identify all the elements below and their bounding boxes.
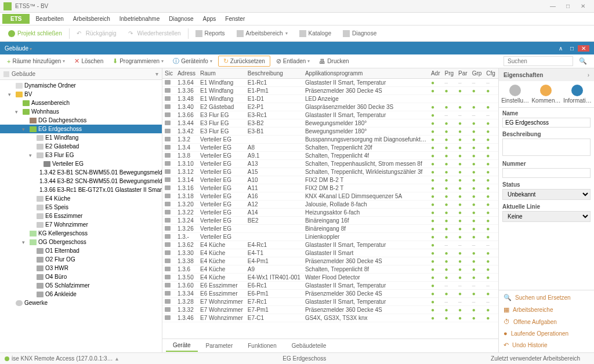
search-input[interactable]	[504, 56, 573, 66]
tab-parameter[interactable]: Parameter	[199, 340, 240, 351]
tree-item[interactable]: KG Kellergeschoss	[0, 229, 162, 238]
tree-item[interactable]: ▾EG Erdgeschoss	[0, 125, 162, 133]
panel-title[interactable]: Gebäude	[5, 45, 555, 52]
table-row[interactable]: 1.3.44E3 Flur EGE3-B2Bewegungsmelder 180…	[162, 119, 498, 128]
tree-item[interactable]: Aussenbereich	[0, 99, 162, 107]
delete-button[interactable]: ✕Löschen	[71, 56, 107, 66]
props-tab-comments[interactable]: Kommen…	[531, 85, 560, 104]
name-input[interactable]	[502, 118, 591, 128]
close-window-button[interactable]: ✕	[575, 3, 591, 9]
tree-item[interactable]: E4 Küche	[0, 194, 162, 203]
table-row[interactable]: 1.3.6E4 KücheA9Schalten, Treppenlicht 8f…	[162, 265, 498, 274]
tree-item[interactable]: ▾Wohnhaus	[0, 107, 162, 116]
props-tab-info[interactable]: Informati…	[563, 85, 592, 104]
tree-item[interactable]: E6 Esszimmer	[0, 212, 162, 220]
table-row[interactable]: 1.3.64E1 WindfangE1-Rc1Glastaster II Sma…	[162, 79, 498, 87]
tree-item[interactable]: Dynamische Ordner	[0, 81, 162, 90]
desc-input[interactable]	[502, 139, 591, 156]
redo-button[interactable]: ↷Wiederherstellen	[124, 28, 186, 39]
tree-item[interactable]: 1.3.44 E3-B2 SCN-BWM55.01 Bewegungsmelde…	[0, 177, 162, 185]
table-row[interactable]: 1.3.12Verteiler EGA15Schalten, Treppenli…	[162, 168, 498, 176]
tree-item[interactable]: ▾BV	[0, 90, 162, 99]
table-row[interactable]: 1.3.66E3 Flur EGE3-Rc1Glastaster II Smar…	[162, 111, 498, 119]
menu-arbeitsbereich[interactable]: Arbeitsbereich	[68, 14, 115, 24]
table-row[interactable]: 1.3.20Verteiler EGA12Jalousie, Rollade 8…	[162, 201, 498, 209]
unload-button[interactable]: ⊘Entladen	[273, 56, 313, 66]
nummer-input[interactable]	[502, 168, 591, 178]
menu-fenster[interactable]: Fenster	[220, 14, 249, 24]
table-row[interactable]: 1.3.24Verteiler EGBE2Binäreingang 16f●●●…	[162, 217, 498, 225]
panel-min-button[interactable]: ∧	[555, 45, 566, 52]
table-row[interactable]: 1.3.38E4 KücheE4-Pm1Präsenzmelder 360 De…	[162, 257, 498, 265]
workspace-button[interactable]: Arbeitsbereich	[232, 28, 292, 39]
table-row[interactable]: 1.3.34E6 EsszimmerE6-Pm1Präsenzmelder 36…	[162, 290, 498, 298]
minimize-button[interactable]: —	[545, 3, 560, 9]
tree-item[interactable]: O6 Ankleide	[0, 290, 162, 299]
table-row[interactable]: 1.3.46E7 WohnzimmerE7-C1GS4X, GS3X, TS3X…	[162, 314, 498, 322]
tree-item[interactable]: E7 Wohnzimmer	[0, 220, 162, 229]
table-row[interactable]: 1.3.10Verteiler EGA13Schalten, Treppenha…	[162, 160, 498, 168]
table-row[interactable]: 1.3.2Verteiler EGBusspannungsversorgung …	[162, 136, 498, 144]
tree-header[interactable]: Gebäude ▾	[0, 68, 162, 80]
tree-item[interactable]: Verteiler EG	[0, 159, 162, 168]
reset-button[interactable]: ↻Zurücksetzen	[218, 56, 270, 67]
tab-geräte[interactable]: Geräte	[166, 340, 198, 352]
col-header[interactable]: Adr	[429, 68, 443, 79]
table-row[interactable]: 1.3.26Verteiler EGBinäreingang 8f●●●●●MD…	[162, 225, 498, 233]
col-header[interactable]: Prg	[443, 68, 457, 79]
add-rooms-button[interactable]: +Räume hinzufügen	[3, 57, 68, 66]
status-remote[interactable]: ise KNX Remote Access (127.0.0.1:3… ▴	[5, 355, 118, 362]
tree-item[interactable]: E5 Speis	[0, 203, 162, 212]
table-row[interactable]: 1.3.62E4 KücheE4-Rc1Glastaster II Smart,…	[162, 241, 498, 249]
col-header[interactable]: Applikationsprogramm	[303, 68, 429, 79]
col-header[interactable]: Cfg	[484, 68, 498, 79]
table-row[interactable]: 1.3.18Verteiler EGA16KNX 4Kanal LED Dimm…	[162, 192, 498, 201]
props-tab-settings[interactable]: Einstellu…	[501, 85, 529, 104]
props-header[interactable]: Eigenschaften›	[499, 68, 594, 81]
col-header[interactable]: Par	[456, 68, 470, 79]
tab-gebäudeteile[interactable]: Gebäudeteile	[285, 340, 334, 351]
tree-item[interactable]: E2 Gästebad	[0, 142, 162, 151]
props-link[interactable]: ↶Undo Historie	[499, 339, 594, 351]
table-row[interactable]: 1.3.50E4 KücheE4-Wx1 ITR401-001Water Flo…	[162, 274, 498, 282]
tree-item[interactable]: O1 Elternbad	[0, 246, 162, 255]
reports-button[interactable]: Reports	[191, 28, 230, 39]
col-header[interactable]: Raum	[198, 68, 245, 79]
tree-item[interactable]: O5 Schlafzimmer	[0, 281, 162, 290]
table-row[interactable]: 1.3.36E1 WindfangE1-Pm1Präsenzmelder 360…	[162, 87, 498, 95]
menu-inbetriebnahme[interactable]: Inbetriebnahme	[115, 14, 165, 24]
expand-icon[interactable]: ▾	[29, 152, 35, 158]
tree-item[interactable]: 1.3.66 E3-Rc1 BE-GT2Tx.01 Glastaster II …	[0, 185, 162, 194]
panel-restore-button[interactable]: □	[566, 45, 578, 52]
status-select[interactable]: Unbekannt	[502, 189, 591, 200]
menu-diagnose[interactable]: Diagnose	[164, 14, 198, 24]
col-header[interactable]: Hersteller	[498, 68, 498, 79]
table-row[interactable]: 1.3.4Verteiler EGA8Schalten, Treppenlich…	[162, 144, 498, 152]
tree[interactable]: Dynamische Ordner▾BVAussenbereich▾Wohnha…	[0, 80, 162, 352]
table-row[interactable]: 1.3.28E7 WohnzimmerE7-Rc1Glastaster II S…	[162, 298, 498, 306]
expand-icon[interactable]: ▾	[22, 126, 28, 132]
tree-item[interactable]: 1.3.42 E3-B1 SCN-BWM55.01 Bewegungsmelde…	[0, 168, 162, 177]
program-button[interactable]: ⬇Programmieren	[109, 56, 167, 66]
menu-bearbeiten[interactable]: Bearbeiten	[31, 14, 68, 24]
deviceinfo-button[interactable]: ⓘGeräteinfo	[169, 56, 216, 67]
tree-item[interactable]: O3 HWR	[0, 264, 162, 272]
col-header[interactable]: Grp	[470, 68, 484, 79]
status-right[interactable]: Zuletzt verwendeter Arbeitsbereich	[491, 355, 580, 362]
col-header[interactable]: Sic	[162, 68, 175, 79]
table-row[interactable]: 1.3.32E7 WohnzimmerE7-Pm1Präsenzmelder 3…	[162, 306, 498, 314]
table-row[interactable]: 1.3.60E6 EsszimmerE6-Rc1Glastaster II Sm…	[162, 282, 498, 290]
col-header[interactable]: Adress	[175, 68, 198, 79]
tree-item[interactable]: O2 Flur OG	[0, 255, 162, 264]
table-row[interactable]: 1.3.16Verteiler EGA11FIX2 DM B-2 T●●●●●T…	[162, 184, 498, 192]
table-row[interactable]: 1.3.14Verteiler EGA10FIX2 DM B-2 T●●●●●T…	[162, 176, 498, 184]
table-row[interactable]: 1.3.42E3 Flur EGE3-B1Bewegungsmelder 180…	[162, 128, 498, 136]
print-button[interactable]: 🖶Drucken	[316, 57, 352, 66]
props-link[interactable]: ●Laufende Operationen	[499, 327, 594, 339]
props-link[interactable]: 🔍Suchen und Ersetzen	[499, 292, 594, 304]
props-link[interactable]: ▦Arbeitsbereiche	[499, 304, 594, 316]
diagnosis-button[interactable]: Diagnose	[338, 28, 381, 39]
table-row[interactable]: 1.3.8Verteiler EGA9.1Schalten, Treppenli…	[162, 152, 498, 160]
close-project-button[interactable]: Projekt schließen	[3, 28, 67, 39]
table-row[interactable]: 1.3.40E2 GästebadE2-P1Glaspräsenzmelder …	[162, 103, 498, 111]
